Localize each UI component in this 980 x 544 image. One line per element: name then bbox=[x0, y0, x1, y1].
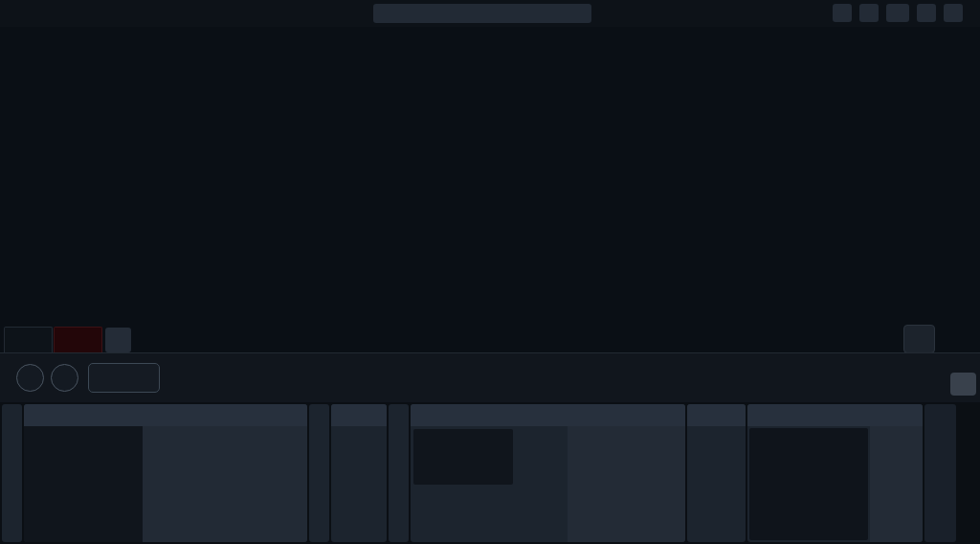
band-tab-highpass[interactable] bbox=[4, 327, 53, 353]
add-module-button[interactable] bbox=[924, 404, 956, 542]
trigger-button[interactable] bbox=[833, 4, 852, 22]
spread-header[interactable] bbox=[687, 404, 746, 426]
copy-button[interactable] bbox=[917, 4, 936, 22]
title-bar bbox=[0, 0, 980, 27]
modulation-row bbox=[0, 402, 980, 544]
module-panel-spread bbox=[687, 404, 746, 542]
follower-header[interactable] bbox=[24, 404, 307, 426]
symmetry-knob[interactable] bbox=[461, 485, 512, 543]
lfo-depth-knob[interactable] bbox=[627, 426, 686, 485]
xy-pad[interactable] bbox=[749, 428, 868, 540]
pulse-width-knob[interactable] bbox=[512, 485, 568, 543]
lfo-waveform-display[interactable] bbox=[413, 429, 513, 485]
add-band-button[interactable] bbox=[105, 328, 131, 352]
stereo-link-button[interactable] bbox=[51, 364, 78, 392]
module-strip-random[interactable] bbox=[309, 404, 329, 542]
stereo-knob[interactable] bbox=[253, 485, 307, 543]
range-knob[interactable] bbox=[197, 426, 252, 485]
attack-knob[interactable] bbox=[143, 485, 197, 543]
module-panel-xy bbox=[747, 404, 923, 542]
filter-type-dropdown[interactable] bbox=[88, 363, 160, 393]
macro-header[interactable] bbox=[331, 404, 387, 426]
shape-knob[interactable] bbox=[411, 485, 461, 543]
multiplier-knob[interactable] bbox=[568, 485, 627, 543]
undo-redo-group bbox=[886, 4, 909, 22]
xy-knobs bbox=[870, 426, 923, 542]
preset-selector[interactable] bbox=[373, 4, 591, 23]
swing-knob[interactable] bbox=[627, 485, 686, 543]
envelope-follower-display[interactable] bbox=[24, 426, 143, 542]
band-tab-comb-selected[interactable] bbox=[54, 327, 102, 353]
threshold-knob[interactable] bbox=[143, 426, 197, 485]
module-panel-lfo bbox=[411, 404, 685, 542]
phase-knob[interactable] bbox=[513, 426, 568, 485]
eq-display-canvas[interactable] bbox=[0, 27, 980, 352]
follower-knobs bbox=[143, 426, 307, 542]
xy-header[interactable] bbox=[747, 404, 923, 426]
limiter-button[interactable] bbox=[859, 4, 879, 22]
band-power-button[interactable] bbox=[16, 364, 44, 392]
module-panel-macro bbox=[331, 404, 387, 542]
module-panel-follower bbox=[24, 404, 307, 542]
display-settings-button[interactable] bbox=[903, 325, 935, 353]
release-knob[interactable] bbox=[197, 485, 252, 543]
y-knob[interactable] bbox=[870, 485, 923, 543]
lfo-header[interactable] bbox=[411, 404, 685, 426]
rate-knob[interactable] bbox=[568, 426, 627, 485]
module-strip-envelope[interactable] bbox=[2, 404, 22, 542]
module-strip-mseg[interactable] bbox=[389, 404, 409, 542]
x-knob[interactable] bbox=[870, 426, 923, 485]
collapse-modulation-panel-button[interactable] bbox=[950, 373, 976, 396]
paste-button[interactable] bbox=[944, 4, 963, 22]
shade-plugin-window: { "topbar": { "brand": "SHADE", "preset"… bbox=[0, 0, 980, 544]
band-control-bar bbox=[0, 352, 980, 402]
depth-knob[interactable] bbox=[253, 426, 307, 485]
